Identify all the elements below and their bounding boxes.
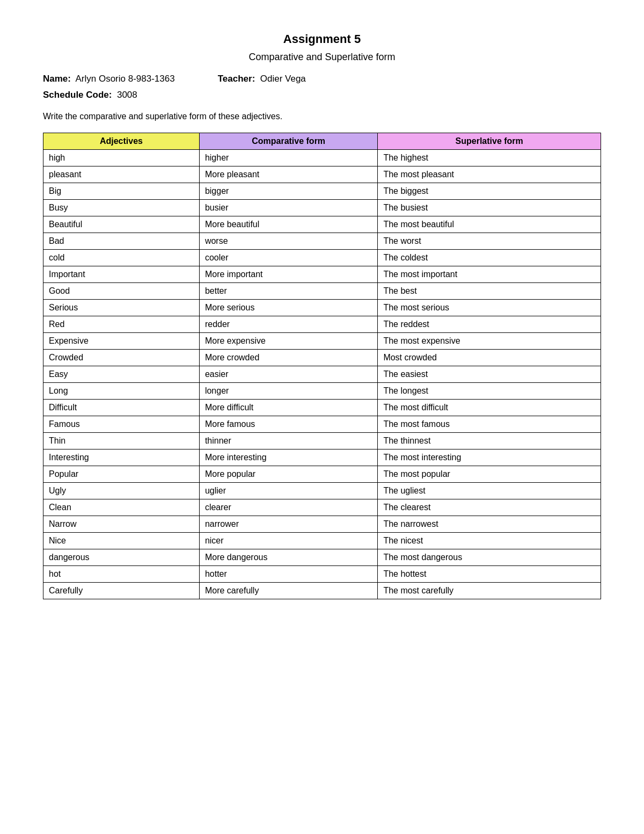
superlative-cell: The hottest bbox=[378, 566, 601, 583]
comparative-cell: More popular bbox=[199, 466, 377, 483]
superlative-cell: The most pleasant bbox=[378, 166, 601, 183]
comparative-cell: narrower bbox=[199, 516, 377, 533]
comparative-cell: better bbox=[199, 283, 377, 300]
comparative-cell: uglier bbox=[199, 483, 377, 499]
comparative-cell: More expensive bbox=[199, 333, 377, 350]
adjective-cell: Clean bbox=[43, 499, 200, 516]
comparative-cell: nicer bbox=[199, 533, 377, 549]
adjective-cell: Carefully bbox=[43, 583, 200, 599]
table-row: NarrownarrowerThe narrowest bbox=[43, 516, 601, 533]
comparative-cell: More dangerous bbox=[199, 549, 377, 566]
superlative-cell: The narrowest bbox=[378, 516, 601, 533]
adjective-cell: cold bbox=[43, 250, 200, 266]
comparative-cell: More interesting bbox=[199, 449, 377, 466]
table-row: ImportantMore importantThe most importan… bbox=[43, 266, 601, 283]
adjective-cell: hot bbox=[43, 566, 200, 583]
adjective-cell: pleasant bbox=[43, 166, 200, 183]
table-row: pleasantMore pleasantThe most pleasant bbox=[43, 166, 601, 183]
table-row: highhigherThe highest bbox=[43, 150, 601, 166]
superlative-cell: The most beautiful bbox=[378, 216, 601, 233]
table-row: FamousMore famousThe most famous bbox=[43, 416, 601, 433]
comparative-cell: More beautiful bbox=[199, 216, 377, 233]
table-row: InterestingMore interestingThe most inte… bbox=[43, 449, 601, 466]
comparative-cell: busier bbox=[199, 200, 377, 216]
comparative-cell: longer bbox=[199, 383, 377, 400]
superlative-cell: The thinnest bbox=[378, 433, 601, 449]
superlative-cell: The most difficult bbox=[378, 400, 601, 416]
name-label: Name: bbox=[43, 74, 71, 84]
name-value: Arlyn Osorio 8-983-1363 bbox=[75, 74, 174, 84]
adjective-cell: Thin bbox=[43, 433, 200, 449]
table-row: coldcoolerThe coldest bbox=[43, 250, 601, 266]
table-row: ExpensiveMore expensiveThe most expensiv… bbox=[43, 333, 601, 350]
superlative-cell: The most expensive bbox=[378, 333, 601, 350]
adjective-cell: Good bbox=[43, 283, 200, 300]
table-row: RedredderThe reddest bbox=[43, 316, 601, 333]
schedule-value: 3008 bbox=[117, 90, 137, 100]
adjective-cell: dangerous bbox=[43, 549, 200, 566]
comparative-cell: clearer bbox=[199, 499, 377, 516]
adjective-cell: Famous bbox=[43, 416, 200, 433]
header-comparative: Comparative form bbox=[199, 133, 377, 150]
superlative-cell: The busiest bbox=[378, 200, 601, 216]
superlative-cell: The highest bbox=[378, 150, 601, 166]
table-row: EasyeasierThe easiest bbox=[43, 366, 601, 383]
adjective-cell: Expensive bbox=[43, 333, 200, 350]
superlative-cell: The nicest bbox=[378, 533, 601, 549]
adjective-cell: Nice bbox=[43, 533, 200, 549]
table-row: NicenicerThe nicest bbox=[43, 533, 601, 549]
superlative-cell: The ugliest bbox=[378, 483, 601, 499]
superlative-cell: Most crowded bbox=[378, 350, 601, 366]
instructions: Write the comparative and superlative fo… bbox=[43, 110, 601, 123]
table-row: BadworseThe worst bbox=[43, 233, 601, 250]
comparative-cell: thinner bbox=[199, 433, 377, 449]
superlative-cell: The most serious bbox=[378, 300, 601, 316]
comparative-cell: hotter bbox=[199, 566, 377, 583]
superlative-cell: The worst bbox=[378, 233, 601, 250]
superlative-cell: The most important bbox=[378, 266, 601, 283]
superlative-cell: The most popular bbox=[378, 466, 601, 483]
table-row: BigbiggerThe biggest bbox=[43, 183, 601, 200]
comparative-cell: easier bbox=[199, 366, 377, 383]
adjective-cell: Difficult bbox=[43, 400, 200, 416]
table-row: BusybusierThe busiest bbox=[43, 200, 601, 216]
adjective-cell: Popular bbox=[43, 466, 200, 483]
comparative-cell: More difficult bbox=[199, 400, 377, 416]
adjective-cell: Narrow bbox=[43, 516, 200, 533]
adjective-cell: high bbox=[43, 150, 200, 166]
table-row: CarefullyMore carefullyThe most carefull… bbox=[43, 583, 601, 599]
comparative-cell: More pleasant bbox=[199, 166, 377, 183]
superlative-cell: The most famous bbox=[378, 416, 601, 433]
adjective-cell: Beautiful bbox=[43, 216, 200, 233]
comparative-cell: More important bbox=[199, 266, 377, 283]
comparative-cell: higher bbox=[199, 150, 377, 166]
table-row: SeriousMore seriousThe most serious bbox=[43, 300, 601, 316]
superlative-cell: The most interesting bbox=[378, 449, 601, 466]
comparative-cell: worse bbox=[199, 233, 377, 250]
superlative-cell: The most dangerous bbox=[378, 549, 601, 566]
teacher-label: Teacher: bbox=[218, 74, 255, 84]
adjective-cell: Interesting bbox=[43, 449, 200, 466]
table-row: CrowdedMore crowdedMost crowded bbox=[43, 350, 601, 366]
superlative-cell: The biggest bbox=[378, 183, 601, 200]
adjective-cell: Bad bbox=[43, 233, 200, 250]
table-row: PopularMore popularThe most popular bbox=[43, 466, 601, 483]
table-row: dangerousMore dangerousThe most dangerou… bbox=[43, 549, 601, 566]
superlative-cell: The reddest bbox=[378, 316, 601, 333]
adjective-cell: Busy bbox=[43, 200, 200, 216]
adjectives-table: Adjectives Comparative form Superlative … bbox=[43, 133, 601, 599]
schedule-row: Schedule Code: 3008 bbox=[43, 90, 601, 100]
table-row: GoodbetterThe best bbox=[43, 283, 601, 300]
table-row: DifficultMore difficultThe most difficul… bbox=[43, 400, 601, 416]
table-row: UglyuglierThe ugliest bbox=[43, 483, 601, 499]
comparative-cell: redder bbox=[199, 316, 377, 333]
page-title: Assignment 5 bbox=[43, 32, 601, 46]
superlative-cell: The clearest bbox=[378, 499, 601, 516]
comparative-cell: bigger bbox=[199, 183, 377, 200]
teacher-value: Odier Vega bbox=[260, 74, 306, 84]
superlative-cell: The most carefully bbox=[378, 583, 601, 599]
adjective-cell: Long bbox=[43, 383, 200, 400]
comparative-cell: cooler bbox=[199, 250, 377, 266]
adjective-cell: Serious bbox=[43, 300, 200, 316]
superlative-cell: The longest bbox=[378, 383, 601, 400]
